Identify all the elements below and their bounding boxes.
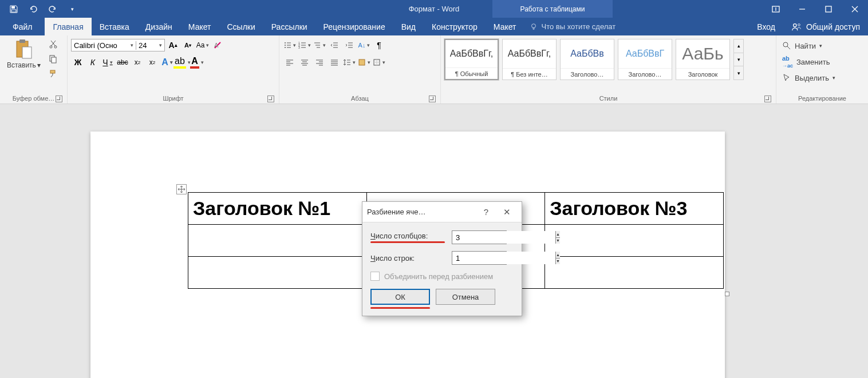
font-name-combo[interactable]: Calibri (Осно▾ 24▾	[71, 39, 165, 51]
save-icon[interactable]	[6, 1, 22, 17]
gallery-scroll-down-icon[interactable]: ▾	[734, 53, 743, 67]
tab-insert[interactable]: Вставка	[92, 18, 137, 35]
clear-formatting-icon[interactable]: A	[211, 39, 224, 51]
search-icon	[782, 41, 791, 50]
tab-view[interactable]: Вид	[393, 18, 424, 35]
align-left-icon[interactable]	[283, 56, 297, 69]
dialog-help-icon[interactable]: ?	[476, 202, 496, 222]
subscript-button[interactable]: x2	[131, 56, 144, 69]
table-cell-r1c3[interactable]: Заголовок №3	[545, 193, 724, 225]
decrease-indent-icon[interactable]	[328, 39, 341, 51]
style-item-title[interactable]: АаБьЗаголовок	[676, 39, 730, 80]
italic-button[interactable]: К	[86, 56, 100, 69]
redo-icon[interactable]	[45, 1, 61, 17]
table-cell-r2c3[interactable]	[545, 225, 724, 257]
rows-spin-down-icon[interactable]: ▼	[556, 258, 560, 265]
table-resize-handle[interactable]	[725, 292, 729, 296]
styles-dialog-launcher[interactable]	[764, 96, 771, 102]
checkbox-icon	[370, 272, 380, 281]
tell-me-search[interactable]: Что вы хотите сделат	[524, 18, 749, 35]
replace-button[interactable]: ab→ac Заменить	[780, 55, 832, 69]
tab-layout[interactable]: Макет	[180, 18, 219, 35]
increase-indent-icon[interactable]	[342, 39, 356, 51]
bullets-icon[interactable]	[283, 39, 297, 51]
sort-icon[interactable]: А↓	[357, 39, 371, 51]
clipboard-dialog-launcher[interactable]	[56, 96, 62, 102]
table-cell-r3c3[interactable]	[545, 257, 724, 289]
cut-icon[interactable]	[46, 38, 60, 50]
numbering-icon[interactable]: 123	[298, 39, 311, 51]
borders-icon[interactable]	[372, 56, 386, 69]
superscript-button[interactable]: x2	[145, 56, 159, 69]
gallery-scroll-up-icon[interactable]: ▴	[734, 39, 743, 53]
justify-icon[interactable]	[328, 56, 341, 69]
tab-design[interactable]: Дизайн	[137, 18, 180, 35]
dialog-titlebar[interactable]: Разбиение яче… ? ✕	[362, 202, 522, 222]
clipboard-icon	[14, 39, 33, 59]
columns-spin-down-icon[interactable]: ▼	[556, 238, 560, 244]
rows-spin-up-icon[interactable]: ▲	[556, 252, 560, 258]
gallery-expand-icon[interactable]: ▾	[734, 66, 743, 79]
tab-mailings[interactable]: Рассылки	[263, 18, 315, 35]
columns-spinner[interactable]: ▲▼	[452, 230, 507, 244]
table-cell-r2c1[interactable]	[188, 225, 367, 257]
svg-rect-1	[11, 10, 16, 12]
close-icon[interactable]	[842, 0, 868, 18]
style-item-nospacing[interactable]: АаБбВвГг,¶ Без инте…	[502, 39, 557, 80]
columns-input[interactable]	[452, 231, 555, 244]
align-right-icon[interactable]	[313, 56, 326, 69]
find-button[interactable]: Найти▾	[780, 39, 824, 53]
tab-table-design[interactable]: Конструктор	[424, 18, 486, 35]
dialog-close-icon[interactable]: ✕	[496, 202, 517, 222]
tab-table-layout[interactable]: Макет	[486, 18, 524, 35]
text-effects-icon[interactable]: A	[160, 56, 174, 69]
paragraph-dialog-launcher[interactable]	[429, 96, 436, 102]
maximize-icon[interactable]	[815, 0, 842, 18]
format-painter-icon[interactable]	[46, 67, 60, 80]
copy-icon[interactable]	[46, 53, 60, 65]
tab-review[interactable]: Рецензирование	[315, 18, 393, 35]
grow-font-icon[interactable]: A▴	[166, 39, 180, 51]
style-item-heading1[interactable]: АаБбВвЗаголово…	[560, 39, 614, 80]
style-item-normal[interactable]: АаБбВвГг,¶ Обычный	[444, 39, 499, 80]
underline-button[interactable]: Ч	[101, 56, 115, 69]
show-marks-icon[interactable]: ¶	[372, 39, 386, 51]
font-color-icon[interactable]: A	[190, 56, 204, 69]
bold-button[interactable]: Ж	[71, 56, 85, 69]
ok-button[interactable]: ОК	[370, 289, 430, 305]
paste-button[interactable]: Вставить▾	[3, 37, 44, 69]
merge-before-split-checkbox: Объединить перед разбиением	[370, 272, 514, 281]
font-dialog-launcher[interactable]	[267, 96, 274, 102]
rows-input[interactable]	[452, 252, 555, 264]
ribbon-display-options-icon[interactable]	[763, 0, 789, 18]
tab-references[interactable]: Ссылки	[219, 18, 263, 35]
style-item-heading2[interactable]: АаБбВвГЗаголово…	[618, 39, 672, 80]
qat-customize-icon[interactable]: ▾	[64, 1, 80, 17]
cancel-button[interactable]: Отмена	[436, 289, 495, 305]
shrink-font-icon[interactable]: A▾	[181, 39, 195, 51]
minimize-icon[interactable]	[789, 0, 815, 18]
rows-spinner[interactable]: ▲▼	[452, 251, 507, 265]
align-center-icon[interactable]	[298, 56, 311, 69]
line-spacing-icon[interactable]	[342, 56, 356, 69]
table-cell-r3c1[interactable]	[188, 257, 367, 289]
tab-file[interactable]: Файл	[0, 18, 45, 35]
highlight-icon[interactable]: ab	[175, 56, 189, 69]
share-button[interactable]: Общий доступ	[783, 18, 868, 35]
strikethrough-button[interactable]: abc	[116, 56, 129, 69]
svg-point-24	[783, 42, 788, 47]
group-paragraph: 123 А↓ ¶ Абзац	[279, 35, 441, 104]
multilevel-list-icon[interactable]	[313, 39, 326, 51]
tab-home[interactable]: Главная	[45, 18, 91, 35]
columns-spin-up-icon[interactable]: ▲	[556, 231, 560, 238]
select-button[interactable]: Выделить▾	[780, 71, 838, 85]
undo-icon[interactable]	[25, 1, 41, 17]
svg-rect-14	[50, 70, 55, 73]
change-case-icon[interactable]: Aa	[196, 39, 210, 51]
table-cell-r1c1[interactable]: Заголовок №1	[188, 193, 367, 225]
merge-before-split-label: Объединить перед разбиением	[384, 272, 493, 281]
table-move-handle[interactable]	[176, 184, 187, 194]
sign-in-button[interactable]: Вход	[749, 18, 783, 35]
shading-icon[interactable]	[357, 56, 371, 69]
title-bar: ▾ Формат - Word Работа с таблицами	[0, 0, 868, 18]
